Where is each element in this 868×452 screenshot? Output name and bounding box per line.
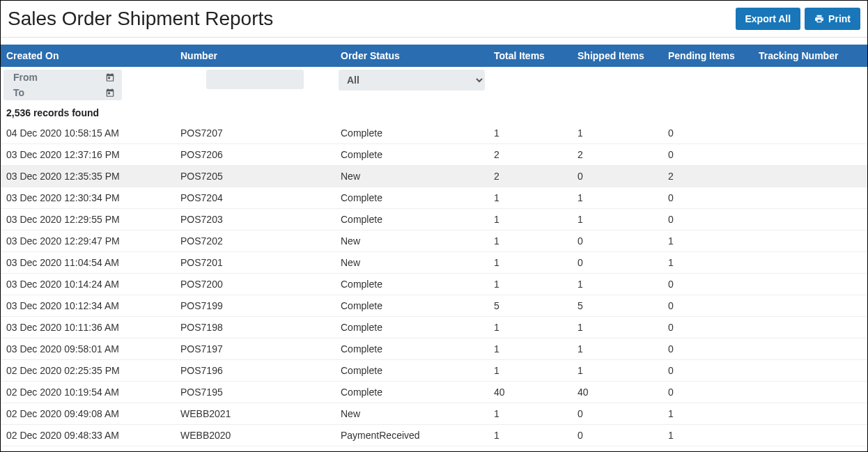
table-row[interactable]: 03 Dec 2020 12:30:34 PMPOS7204Complete11… <box>1 187 867 209</box>
table-row[interactable]: 02 Dec 2020 09:48:33 AMWEBB2020PaymentRe… <box>1 425 867 446</box>
table-body: 2,536 records found 04 Dec 2020 10:58:15… <box>1 103 867 452</box>
table-row[interactable]: 03 Dec 2020 12:35:35 PMPOS7205New202 <box>1 166 867 187</box>
cell-created-on: 03 Dec 2020 09:58:01 AM <box>1 338 175 360</box>
export-all-button[interactable]: Export All <box>736 8 801 30</box>
cell-number: POS7200 <box>175 274 335 295</box>
col-header-shipped-items[interactable]: Shipped Items <box>572 45 662 67</box>
cell-order-status: New <box>335 403 488 425</box>
cell-order-status: New <box>335 252 488 274</box>
cell-order-status: Complete <box>335 274 488 295</box>
print-button[interactable]: Print <box>805 8 860 30</box>
cell-number: POS7204 <box>175 187 335 209</box>
cell-created-on: 02 Dec 2020 02:25:35 PM <box>1 360 175 382</box>
records-found-row: 2,536 records found <box>1 103 867 123</box>
print-icon <box>814 14 824 24</box>
cell-order-status: New <box>335 166 488 187</box>
table-row[interactable]: 02 Dec 2020 02:25:35 PMPOS7196Complete11… <box>1 360 867 382</box>
cell-number: WEBB2021 <box>175 403 335 425</box>
cell-number: POS7198 <box>175 317 335 338</box>
cell-number: POS7203 <box>175 209 335 231</box>
cell-order-status: Complete <box>335 295 488 317</box>
cell-pending-items: 1 <box>662 252 753 274</box>
cell-created-on: 03 Dec 2020 10:11:36 AM <box>1 317 175 338</box>
cell-shipped-items: 1 <box>572 209 662 231</box>
cell-pending-items: 1 <box>662 403 753 425</box>
cell-pending-items: 1 <box>662 425 753 446</box>
cell-created-on: 03 Dec 2020 12:29:55 PM <box>1 209 175 231</box>
print-label: Print <box>828 13 851 24</box>
table-row[interactable]: 03 Dec 2020 10:11:36 AMPOS7198Complete11… <box>1 317 867 338</box>
cell-shipped-items: 2 <box>572 144 662 166</box>
cell-pending-items: 0 <box>662 209 753 231</box>
number-filter-input[interactable] <box>206 70 304 89</box>
cell-total-items: 1 <box>488 403 572 425</box>
table-row[interactable]: 02 Dec 2020 09:49:08 AMWEBB2021New101 <box>1 403 867 425</box>
cell-created-on: 04 Dec 2020 10:58:15 AM <box>1 123 175 144</box>
cell-pending-items: 0 <box>662 317 753 338</box>
date-to-input[interactable]: To <box>3 85 122 100</box>
date-from-input[interactable]: From <box>3 70 122 85</box>
cell-order-status: Complete <box>335 382 488 403</box>
date-to-label: To <box>13 87 24 98</box>
cell-shipped-items: 1 <box>572 187 662 209</box>
col-header-pending-items[interactable]: Pending Items <box>662 45 753 67</box>
cell-pending-items: 0 <box>662 338 753 360</box>
cell-total-items: 40 <box>488 382 572 403</box>
cell-created-on: 03 Dec 2020 12:30:34 PM <box>1 187 175 209</box>
cell-shipped-items: 1 <box>572 274 662 295</box>
table-row[interactable]: 03 Dec 2020 09:58:01 AMPOS7197Complete11… <box>1 338 867 360</box>
cell-shipped-items: 5 <box>572 295 662 317</box>
col-header-order-status[interactable]: Order Status <box>335 45 488 67</box>
table-row[interactable]: 03 Dec 2020 12:37:16 PMPOS7206Complete22… <box>1 144 867 166</box>
col-header-created-on[interactable]: Created On <box>1 45 175 67</box>
cell-tracking-number <box>753 338 867 360</box>
header-buttons: Export All Print <box>736 8 861 30</box>
table-row[interactable]: 03 Dec 2020 12:29:47 PMPOS7202New101 <box>1 231 867 252</box>
cell-shipped-items: 0 <box>572 231 662 252</box>
cell-order-status: Complete <box>335 338 488 360</box>
col-header-tracking-number[interactable]: Tracking Number <box>753 45 867 67</box>
cell-number: POS7196 <box>175 360 335 382</box>
cell-total-items: 5 <box>488 295 572 317</box>
cell-tracking-number <box>753 425 867 446</box>
table-row[interactable]: 02 Dec 2020 10:19:54 AMPOS7195Complete40… <box>1 382 867 403</box>
cell-tracking-number <box>753 295 867 317</box>
cell-created-on: 03 Dec 2020 10:14:24 AM <box>1 274 175 295</box>
export-all-label: Export All <box>745 13 791 24</box>
cell-order-status: Complete <box>335 317 488 338</box>
cell-created-on: 01 Dec 2020 10:25:04 AM <box>1 446 175 453</box>
cell-tracking-number <box>753 317 867 338</box>
table-row[interactable]: 03 Dec 2020 12:29:55 PMPOS7203Complete11… <box>1 209 867 231</box>
page-title: Sales Order Shipment Reports <box>8 8 273 30</box>
table-row[interactable]: 03 Dec 2020 10:12:34 AMPOS7199Complete55… <box>1 295 867 317</box>
cell-tracking-number <box>753 231 867 252</box>
cell-order-status: New <box>335 231 488 252</box>
cell-number: POS7207 <box>175 123 335 144</box>
cell-number: POS7195 <box>175 382 335 403</box>
table-row[interactable]: 04 Dec 2020 10:58:15 AMPOS7207Complete11… <box>1 123 867 144</box>
col-header-number[interactable]: Number <box>175 45 335 67</box>
cell-created-on: 03 Dec 2020 11:04:54 AM <box>1 252 175 274</box>
col-header-total-items[interactable]: Total Items <box>488 45 572 67</box>
cell-tracking-number <box>753 123 867 144</box>
cell-pending-items: 0 <box>662 295 753 317</box>
cell-shipped-items: 0 <box>572 425 662 446</box>
cell-pending-items: 0 <box>662 144 753 166</box>
cell-total-items: 1 <box>488 209 572 231</box>
records-found-label: 2,536 records found <box>1 103 867 123</box>
cell-pending-items: 2 <box>662 166 753 187</box>
content-area: Created On Number Order Status Total Ite… <box>1 38 867 452</box>
cell-tracking-number <box>753 403 867 425</box>
cell-number: WEBB2020 <box>175 425 335 446</box>
cell-shipped-items: 1 <box>572 338 662 360</box>
status-filter-select[interactable]: All <box>339 70 485 91</box>
cell-created-on: 02 Dec 2020 09:48:33 AM <box>1 425 175 446</box>
table-row[interactable]: 03 Dec 2020 10:14:24 AMPOS7200Complete11… <box>1 274 867 295</box>
cell-shipped-items: 0 <box>572 403 662 425</box>
table-row[interactable]: 03 Dec 2020 11:04:54 AMPOS7201New101 <box>1 252 867 274</box>
date-range-filter: From To <box>3 70 122 100</box>
table-row[interactable]: 01 Dec 2020 10:25:04 AMWEBB2019PaymentRe… <box>1 446 867 453</box>
cell-pending-items: 3 <box>662 446 753 453</box>
cell-created-on: 03 Dec 2020 12:29:47 PM <box>1 231 175 252</box>
date-from-label: From <box>13 72 38 83</box>
